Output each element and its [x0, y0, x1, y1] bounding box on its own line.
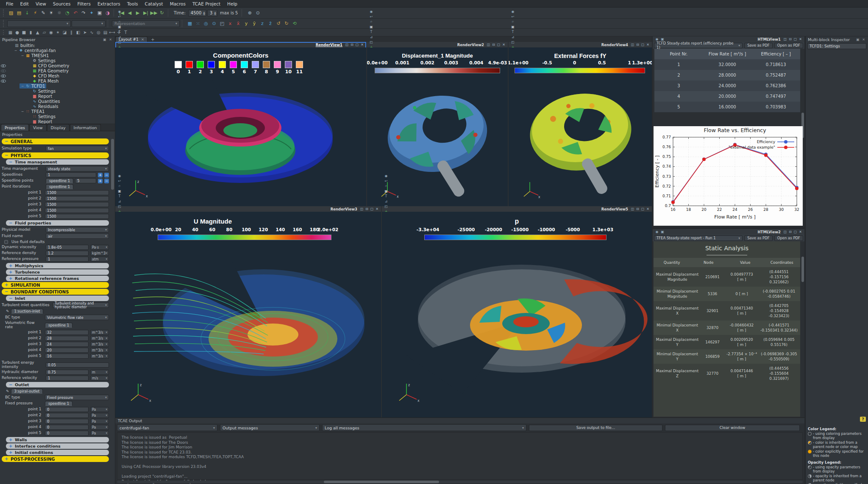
view-toolbar-icon[interactable]: ◉: [654, 230, 659, 235]
pipeline-item[interactable]: ◆ FEA Mesh: [0, 78, 115, 83]
menu-item[interactable]: TCAE Project: [189, 1, 224, 6]
view-toolbar-icon[interactable]: ↩: [510, 14, 515, 19]
toolbar-icon[interactable]: ☼: [56, 9, 63, 17]
log-level-select[interactable]: Log all messages: [322, 424, 526, 431]
menu-item[interactable]: View: [32, 1, 50, 6]
zoom-icon[interactable]: ⊕: [246, 9, 253, 17]
toolbar-icon[interactable]: ↷: [80, 9, 87, 17]
source-icon[interactable]: T: [122, 29, 129, 36]
view-window-icon[interactable]: ⊟: [491, 42, 496, 47]
view-toolbar-icon[interactable]: ⊿: [369, 35, 374, 40]
source-icon[interactable]: ◪: [61, 29, 68, 36]
view-window-icon[interactable]: ⊟: [788, 37, 793, 41]
speedline-points-input[interactable]: 5: [75, 178, 96, 183]
toolbar-icon[interactable]: ◔: [64, 9, 71, 17]
view-toolbar-icon[interactable]: T: [510, 30, 515, 35]
hydraulic-diameter-input[interactable]: 0.75: [46, 370, 89, 375]
viewport-canvas[interactable]: z x U Magnitude 0.0e+0020406080100120140…: [115, 212, 381, 418]
turbulent-quantities-select[interactable]: Turbulent intensity and hydraulic diamet…: [53, 302, 109, 308]
speedline-tab[interactable]: speedline 1: [46, 178, 73, 183]
view-window-icon[interactable]: ◫: [359, 207, 364, 211]
outlet-bc-type-select[interactable]: Fixed pressure: [45, 395, 109, 400]
pipeline-item[interactable]: − ❖ centrifugal-fan: [0, 48, 115, 53]
clear-window-button[interactable]: Clear window: [665, 425, 800, 431]
view-toolbar-icon[interactable]: ◰: [384, 204, 389, 209]
source-icon[interactable]: ➤: [82, 29, 88, 36]
flow-rate-input[interactable]: 28: [45, 336, 89, 341]
open-as-pdf-button[interactable]: Open as PDF: [774, 235, 803, 241]
pipeline-item[interactable]: ∿ Quantities: [0, 99, 115, 104]
panel-tab[interactable]: View: [29, 124, 47, 131]
horizontal-scrollbar[interactable]: [117, 481, 803, 483]
viewport-canvas[interactable]: x External Forces fY -1.1e+00-0.500.511.…: [509, 47, 652, 206]
speedlines-input[interactable]: 1: [46, 172, 96, 177]
view-window-icon[interactable]: ◫: [345, 42, 349, 47]
vcr-icon[interactable]: ▶|: [142, 9, 150, 17]
source-icon[interactable]: ▦: [7, 29, 14, 36]
view-window-icon[interactable]: ▢: [370, 207, 374, 211]
outlet-patch-tab[interactable]: 3:spiral-outlet: [11, 389, 43, 394]
unit-select[interactable]: m^3/s: [90, 342, 109, 347]
scrollbar[interactable]: [801, 257, 804, 282]
spinner-arrows-icon[interactable]: ▲▼: [203, 11, 205, 15]
speedline-tab[interactable]: speedline 1: [46, 184, 73, 189]
view-toolbar-icon[interactable]: T: [384, 194, 389, 199]
view-toolbar-icon[interactable]: ◉: [117, 174, 122, 179]
view-toolbar-icon[interactable]: ◰: [117, 40, 122, 45]
unit-select[interactable]: Pa·s: [90, 245, 109, 250]
view-window-icon[interactable]: ▢: [640, 207, 645, 211]
vcr-icon[interactable]: ◀: [126, 9, 134, 17]
iteration-input[interactable]: 1500: [45, 214, 109, 219]
unit-select[interactable]: m/s: [90, 376, 109, 381]
toolbar-icon[interactable]: ▨: [7, 9, 15, 17]
source-icon[interactable]: ■: [21, 29, 27, 36]
section-multiphysics[interactable]: +Multiphysics: [6, 263, 109, 268]
menu-item[interactable]: Catalyst: [142, 1, 167, 6]
camera-icon[interactable]: y: [242, 20, 250, 28]
view-toolbar-icon[interactable]: ⌾: [384, 184, 389, 189]
turbulent-intensity-input[interactable]: 0.05: [46, 362, 109, 368]
panel-tab[interactable]: Information: [70, 124, 101, 131]
iteration-input[interactable]: 1500: [45, 202, 109, 207]
toolbar-icon[interactable]: ↓: [23, 9, 31, 17]
vcr-icon[interactable]: ▶▶: [150, 9, 158, 17]
section-walls[interactable]: +Walls: [6, 437, 109, 443]
view-toolbar-icon[interactable]: ▣: [384, 189, 389, 194]
section-inlet[interactable]: −Inlet: [6, 296, 109, 301]
view-window-icon[interactable]: ⊟: [635, 207, 640, 211]
spinner-arrows-icon[interactable]: ▲▼: [214, 11, 216, 15]
section-post-processing[interactable]: +POST-PROCESSING: [2, 456, 109, 462]
camera-icon[interactable]: x: [226, 20, 234, 28]
view-toolbar-icon[interactable]: ↩: [369, 14, 374, 19]
pipeline-item[interactable]: ▦ FEA Geometry: [0, 68, 115, 73]
pipeline-item[interactable]: − ▦ TMESH1: [0, 53, 115, 58]
fluid-name-select[interactable]: air: [46, 233, 109, 239]
view-toolbar-icon[interactable]: T: [117, 194, 122, 199]
view-window-icon[interactable]: ◫: [486, 42, 491, 47]
view-toolbar-icon[interactable]: ◰: [510, 40, 515, 45]
representation-select[interactable]: Representation: [112, 20, 180, 27]
view-window-icon[interactable]: ✕: [645, 42, 650, 47]
source-icon[interactable]: ●: [14, 29, 20, 36]
fixed-pressure-input[interactable]: 0: [45, 431, 89, 436]
iteration-input[interactable]: 1500: [45, 208, 109, 213]
speedline-tab[interactable]: speedline 1: [45, 401, 72, 406]
external-forces-colorbar[interactable]: [515, 68, 645, 73]
source-icon[interactable]: ▱: [41, 29, 47, 36]
camera-icon[interactable]: ◰: [218, 20, 226, 28]
unit-select[interactable]: Pa: [90, 407, 109, 412]
camera-icon[interactable]: z̄: [267, 20, 274, 28]
pipeline-item[interactable]: ▆ Report: [0, 94, 115, 99]
view-toolbar-icon[interactable]: T: [117, 30, 122, 35]
view-toolbar-icon[interactable]: ▣: [660, 230, 665, 235]
pipeline-item[interactable]: ▆ Report: [0, 119, 115, 124]
multiblock-item[interactable]: TCFD1: Settings: [807, 43, 866, 49]
report-select[interactable]: TCFD Steady-state report (efficiency pro…: [654, 43, 743, 48]
flow-rate-input[interactable]: 16: [45, 354, 89, 359]
view-toolbar-icon[interactable]: T: [369, 30, 374, 35]
section-simulation[interactable]: +SIMULATION: [2, 282, 109, 288]
pipeline-item[interactable]: ▦ CFD Geometry: [0, 63, 115, 68]
remove-icon[interactable]: −: [104, 173, 109, 177]
component-colorbar[interactable]: 0 1 2 3 4 5 6 7 8 9 10 11: [175, 61, 303, 75]
pipeline-item[interactable]: − ↻ TCFD1: [0, 83, 115, 89]
